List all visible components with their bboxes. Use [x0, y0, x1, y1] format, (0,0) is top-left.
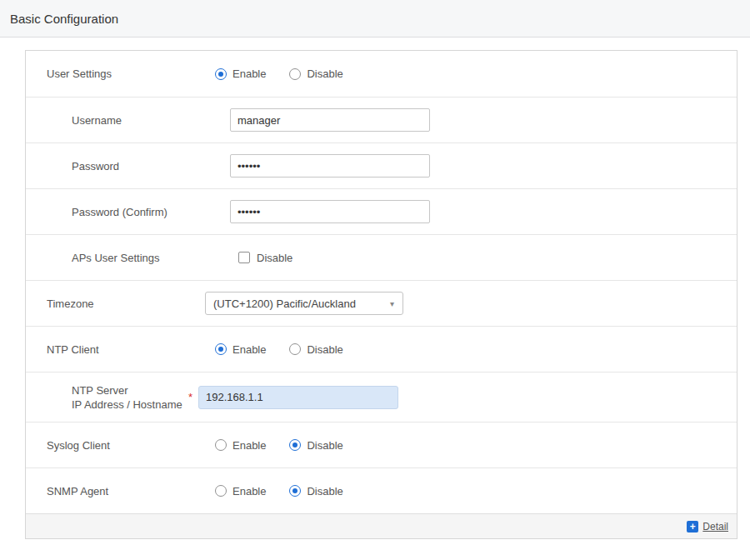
snmp-agent-label: SNMP Agent — [47, 485, 205, 498]
ntp-server-label: NTP Server IP Address / Hostname — [72, 383, 188, 412]
radio-label: Disable — [307, 343, 342, 356]
syslog-client-row: Syslog Client Enable Disable — [26, 422, 737, 468]
page-header: Basic Configuration — [0, 0, 750, 38]
timezone-label: Timezone — [47, 298, 205, 310]
radio-label: Disable — [307, 439, 342, 452]
radio-icon — [215, 343, 227, 355]
password-row: Password — [26, 142, 737, 188]
radio-icon — [215, 439, 227, 451]
password-confirm-label: Password (Confirm) — [72, 206, 230, 218]
password-label: Password — [72, 160, 230, 172]
radio-label: Disable — [307, 485, 342, 498]
timezone-select[interactable]: (UTC+1200) Pacific/Auckland ▾ — [205, 292, 403, 315]
plus-icon: + — [687, 521, 698, 532]
snmp-agent-row: SNMP Agent Enable Disable — [26, 468, 737, 513]
radio-icon — [289, 68, 301, 80]
radio-icon — [289, 439, 301, 451]
username-input[interactable] — [230, 108, 430, 132]
aps-user-settings-disable-checkbox[interactable]: Disable — [238, 252, 292, 264]
ntp-server-label-line1: NTP Server — [72, 383, 188, 398]
aps-user-settings-row: APs User Settings Disable — [26, 234, 737, 280]
checkbox-label: Disable — [257, 252, 292, 264]
ntp-client-radio-group: Enable Disable — [215, 343, 343, 356]
snmp-agent-disable-radio[interactable]: Disable — [289, 485, 342, 498]
ntp-client-disable-radio[interactable]: Disable — [289, 343, 342, 356]
ntp-client-label: NTP Client — [47, 343, 205, 356]
timezone-selected-value: (UTC+1200) Pacific/Auckland — [213, 298, 356, 310]
timezone-row: Timezone (UTC+1200) Pacific/Auckland ▾ — [26, 280, 737, 326]
password-confirm-row: Password (Confirm) — [26, 188, 737, 234]
user-settings-enable-radio[interactable]: Enable — [215, 68, 266, 80]
user-settings-row: User Settings Enable Disable — [26, 51, 737, 97]
radio-label: Enable — [232, 485, 266, 498]
detail-link[interactable]: + Detail — [687, 521, 728, 532]
username-row: Username — [26, 97, 737, 142]
aps-user-settings-label: APs User Settings — [72, 252, 230, 264]
user-settings-disable-radio[interactable]: Disable — [289, 68, 342, 80]
syslog-client-disable-radio[interactable]: Disable — [289, 439, 342, 452]
username-label: Username — [72, 114, 230, 127]
ntp-client-row: NTP Client Enable Disable — [26, 326, 737, 372]
page-title: Basic Configuration — [10, 12, 118, 26]
user-settings-radio-group: Enable Disable — [215, 68, 343, 80]
chevron-down-icon: ▾ — [390, 299, 394, 308]
ntp-client-enable-radio[interactable]: Enable — [215, 343, 266, 356]
syslog-client-label: Syslog Client — [47, 439, 205, 452]
snmp-agent-radio-group: Enable Disable — [215, 485, 343, 498]
basic-configuration-panel: User Settings Enable Disable Username Pa… — [25, 50, 738, 539]
radio-label: Enable — [232, 343, 266, 356]
radio-label: Disable — [307, 68, 342, 80]
syslog-client-enable-radio[interactable]: Enable — [215, 439, 266, 452]
ntp-server-label-line2: IP Address / Hostname — [72, 398, 188, 412]
radio-label: Enable — [232, 439, 266, 452]
ntp-server-row: NTP Server IP Address / Hostname * — [26, 372, 737, 422]
radio-icon — [215, 68, 227, 80]
radio-icon — [215, 485, 227, 497]
password-input[interactable] — [230, 154, 430, 178]
snmp-agent-enable-radio[interactable]: Enable — [215, 485, 266, 498]
user-settings-label: User Settings — [47, 68, 205, 80]
password-confirm-input[interactable] — [230, 200, 430, 223]
syslog-client-radio-group: Enable Disable — [215, 439, 343, 452]
checkbox-icon — [238, 252, 250, 263]
ntp-server-input[interactable] — [198, 386, 398, 409]
detail-label: Detail — [702, 521, 728, 532]
required-asterisk: * — [188, 391, 195, 403]
radio-icon — [289, 485, 301, 497]
radio-icon — [289, 343, 301, 355]
radio-label: Enable — [232, 68, 266, 80]
panel-footer: + Detail — [26, 513, 737, 538]
